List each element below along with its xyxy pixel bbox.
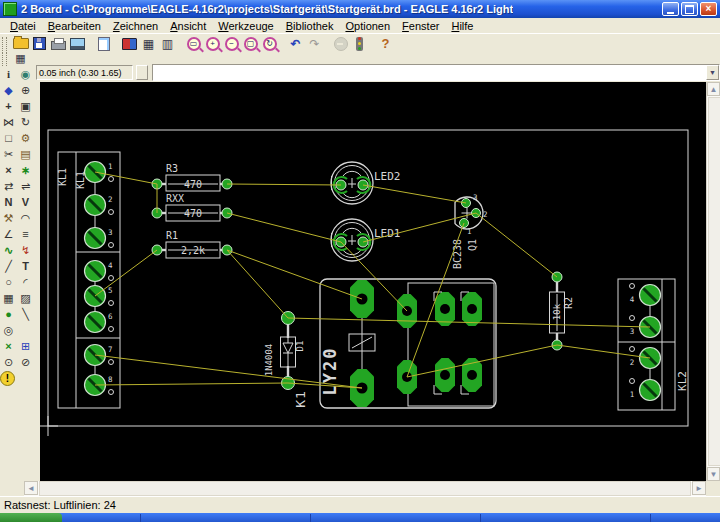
svg-text:R3: R3	[166, 163, 178, 174]
component-kl2[interactable]: 4 3 2 1 KL2	[618, 279, 689, 410]
toolbar-handle[interactable]	[2, 37, 7, 51]
component-rxx[interactable]: RXX 470	[152, 193, 232, 221]
component-led1[interactable]: LED1	[331, 219, 401, 261]
component-q1[interactable]: 3 2 1 BC238 Q1	[452, 193, 488, 269]
help-icon: ?	[382, 36, 390, 51]
optimize-icon[interactable]: ≡	[17, 227, 34, 242]
polygon-icon[interactable]: ▨	[17, 291, 34, 306]
library-button[interactable]	[120, 35, 139, 52]
zoom-in-button[interactable]: +	[203, 35, 222, 52]
scroll-down-arrow[interactable]: ▼	[707, 467, 720, 481]
group-icon[interactable]: □	[0, 131, 17, 146]
redo-button[interactable]: ↷	[305, 35, 324, 52]
close-button[interactable]: ×	[700, 2, 717, 16]
miter-icon[interactable]: ◠	[17, 211, 34, 226]
mirror-icon[interactable]: ⋈	[0, 115, 17, 130]
component-led2[interactable]: LED2	[331, 162, 401, 204]
errors-icon[interactable]: !	[0, 371, 15, 386]
menu-fenster[interactable]: Fenster	[396, 19, 445, 33]
pinswap-icon[interactable]: ⇄	[0, 179, 17, 194]
switch-editor-button[interactable]	[94, 35, 113, 52]
grid-toolbar-handle[interactable]	[2, 52, 7, 66]
window-title: 2 Board - C:\Programme\EAGLE-4.16r2\proj…	[21, 3, 513, 15]
cut-icon[interactable]: ✂	[0, 147, 17, 162]
help-button[interactable]: ?	[376, 35, 395, 52]
vertical-scroll-thumb[interactable]	[708, 97, 720, 466]
hole-icon[interactable]: ◎	[0, 323, 17, 338]
text-icon[interactable]: T	[17, 259, 34, 274]
undo-button[interactable]: ↶	[286, 35, 305, 52]
zoom-out-button[interactable]: −	[222, 35, 241, 52]
delete-icon[interactable]: ×	[0, 163, 17, 178]
zoom-redraw-button[interactable]: ↻	[260, 35, 279, 52]
info-icon[interactable]: i	[0, 67, 17, 82]
mark-icon[interactable]: ⊕	[17, 83, 34, 98]
route-icon[interactable]: ∿	[0, 243, 17, 258]
drc-icon[interactable]: ⊙	[0, 355, 17, 370]
show-icon[interactable]: ◆	[0, 83, 17, 98]
title-bar[interactable]: 2 Board - C:\Programme\EAGLE-4.16r2\proj…	[0, 0, 720, 18]
menu-bibliothek[interactable]: Bibliothek	[280, 19, 340, 33]
menu-zeichnen[interactable]: Zeichnen	[107, 19, 164, 33]
value-icon[interactable]: V	[17, 195, 34, 210]
scroll-left-arrow[interactable]: ◄	[24, 481, 38, 495]
circle-icon[interactable]: ○	[0, 275, 17, 290]
svg-text:5: 5	[108, 286, 113, 295]
replace-icon[interactable]: ⇌	[17, 179, 34, 194]
ripup-icon[interactable]: ↯	[17, 243, 34, 258]
change-icon[interactable]: ⚙	[17, 131, 34, 146]
via-icon[interactable]: ●	[0, 307, 17, 322]
windows-taskbar[interactable]	[0, 513, 720, 522]
add-icon[interactable]: ∗	[17, 163, 34, 178]
component-kl1[interactable]: 1 2 3 4 5 6 7 8 KL1 KL1	[57, 152, 120, 408]
command-dropdown-arrow[interactable]: ▼	[706, 65, 719, 80]
traffic-light-button[interactable]	[350, 35, 369, 52]
zoom-fit-button[interactable]: ▭	[184, 35, 203, 52]
signal-icon[interactable]: ╲	[17, 307, 34, 322]
component-r1[interactable]: R1 2,2k	[152, 230, 232, 258]
menu-ansicht[interactable]: Ansicht	[164, 19, 212, 33]
display-icon[interactable]: ◉	[17, 67, 34, 82]
rect-icon[interactable]: ▦	[0, 291, 17, 306]
scroll-right-arrow[interactable]: ►	[692, 481, 706, 495]
rotate-icon[interactable]: ↻	[17, 115, 34, 130]
menu-hilfe[interactable]: Hilfe	[445, 19, 479, 33]
wire-icon[interactable]: ╱	[0, 259, 17, 274]
run-ulp-button[interactable]: ▥	[158, 35, 177, 52]
stop-button[interactable]	[331, 35, 350, 52]
ratsnest-airwires[interactable]	[95, 172, 650, 388]
ratsnest-icon[interactable]: ×	[0, 339, 17, 354]
command-input[interactable]	[152, 64, 720, 81]
restore-button[interactable]	[681, 2, 698, 16]
auto-icon[interactable]: ⊞	[17, 339, 34, 354]
minimize-button[interactable]	[662, 2, 679, 16]
paste-icon[interactable]: ▤	[17, 147, 34, 162]
smash-icon[interactable]: ⚒	[0, 211, 17, 226]
menu-bearbeiten[interactable]: Bearbeiten	[42, 19, 107, 33]
horizontal-scroll-thumb[interactable]	[39, 481, 691, 496]
cam-processor-button[interactable]	[68, 35, 87, 52]
split-icon[interactable]: ∠	[0, 227, 17, 242]
vertical-scrollbar[interactable]: ▲ ▼	[706, 82, 720, 481]
zoom-select-button[interactable]: ▢	[241, 35, 260, 52]
component-d1[interactable]: 1N4004 D1	[264, 312, 305, 390]
scroll-up-arrow[interactable]: ▲	[707, 82, 720, 96]
copy-icon[interactable]: ▣	[17, 99, 34, 114]
horizontal-scrollbar[interactable]: ◄ ►	[24, 481, 706, 496]
print-button[interactable]	[49, 35, 68, 52]
arc-icon[interactable]: ◜	[17, 275, 34, 290]
name-icon[interactable]: N	[0, 195, 17, 210]
save-button[interactable]	[30, 35, 49, 52]
menu-datei[interactable]: Datei	[4, 19, 42, 33]
check-icon[interactable]: ⊘	[17, 355, 34, 370]
component-r2[interactable]: 10k R2	[550, 272, 575, 350]
grid-button[interactable]: ▦	[11, 50, 30, 67]
board-canvas[interactable]: 1 2 3 4 5 6 7 8 KL1 KL1 R3 470 RX	[40, 82, 706, 481]
use-button[interactable]: ▦	[139, 35, 158, 52]
start-button[interactable]	[0, 513, 62, 522]
component-r3[interactable]: R3 470	[152, 163, 232, 191]
move-icon[interactable]: +	[0, 99, 17, 114]
menu-werkzeuge[interactable]: Werkzeuge	[212, 19, 279, 33]
zoom-redraw-icon: ↻	[263, 37, 277, 51]
menu-optionen[interactable]: Optionen	[339, 19, 396, 33]
